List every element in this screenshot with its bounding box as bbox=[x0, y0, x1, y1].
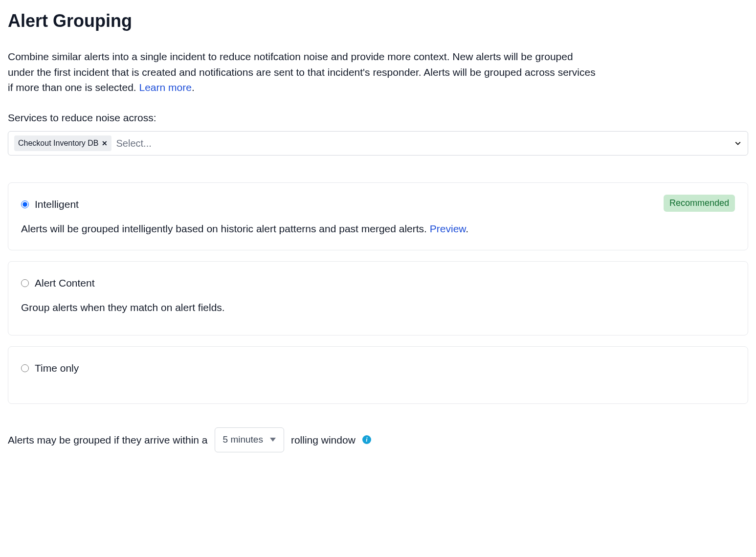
option-alert-content-title: Alert Content bbox=[35, 275, 95, 291]
rolling-prefix: Alerts may be grouped if they arrive wit… bbox=[8, 432, 208, 448]
chevron-down-icon bbox=[734, 139, 742, 147]
intelligent-body-text: Alerts will be grouped intelligently bas… bbox=[21, 223, 430, 234]
option-time-only-radio[interactable] bbox=[21, 364, 29, 372]
option-alert-content-card[interactable]: Alert Content Group alerts when they mat… bbox=[8, 261, 748, 335]
intelligent-body-suffix: . bbox=[466, 223, 468, 234]
rolling-suffix: rolling window bbox=[291, 432, 356, 448]
rolling-window-select[interactable]: 5 minutes bbox=[215, 427, 284, 452]
option-intelligent-card[interactable]: Intelligent Recommended Alerts will be g… bbox=[8, 182, 748, 250]
option-time-only-title: Time only bbox=[35, 360, 79, 376]
description-suffix: . bbox=[192, 82, 195, 93]
chevron-down-icon bbox=[270, 438, 276, 442]
service-chip[interactable]: Checkout Inventory DB ✕ bbox=[14, 135, 111, 151]
services-multiselect[interactable]: Checkout Inventory DB ✕ Select... bbox=[8, 131, 748, 156]
learn-more-link[interactable]: Learn more bbox=[139, 82, 191, 93]
close-icon[interactable]: ✕ bbox=[102, 138, 108, 149]
preview-link[interactable]: Preview bbox=[430, 223, 466, 234]
option-intelligent-body: Alerts will be grouped intelligently bas… bbox=[21, 221, 735, 237]
rolling-window-value: 5 minutes bbox=[223, 433, 263, 447]
description-text: Combine similar alerts into a single inc… bbox=[8, 51, 596, 93]
page-title: Alert Grouping bbox=[8, 8, 748, 34]
services-label: Services to reduce noise across: bbox=[8, 110, 748, 126]
option-intelligent-radio[interactable] bbox=[21, 201, 29, 208]
option-alert-content-radio[interactable] bbox=[21, 279, 29, 287]
recommended-badge: Recommended bbox=[664, 195, 735, 212]
service-chip-label: Checkout Inventory DB bbox=[18, 137, 99, 149]
option-alert-content-body: Group alerts when they match on alert fi… bbox=[21, 300, 735, 315]
page-description: Combine similar alerts into a single inc… bbox=[8, 49, 600, 95]
services-placeholder: Select... bbox=[116, 136, 152, 151]
info-icon[interactable]: i bbox=[362, 435, 371, 444]
option-time-only-card[interactable]: Time only bbox=[8, 346, 748, 404]
option-intelligent-title: Intelligent bbox=[35, 197, 79, 212]
rolling-window-row: Alerts may be grouped if they arrive wit… bbox=[8, 427, 748, 452]
